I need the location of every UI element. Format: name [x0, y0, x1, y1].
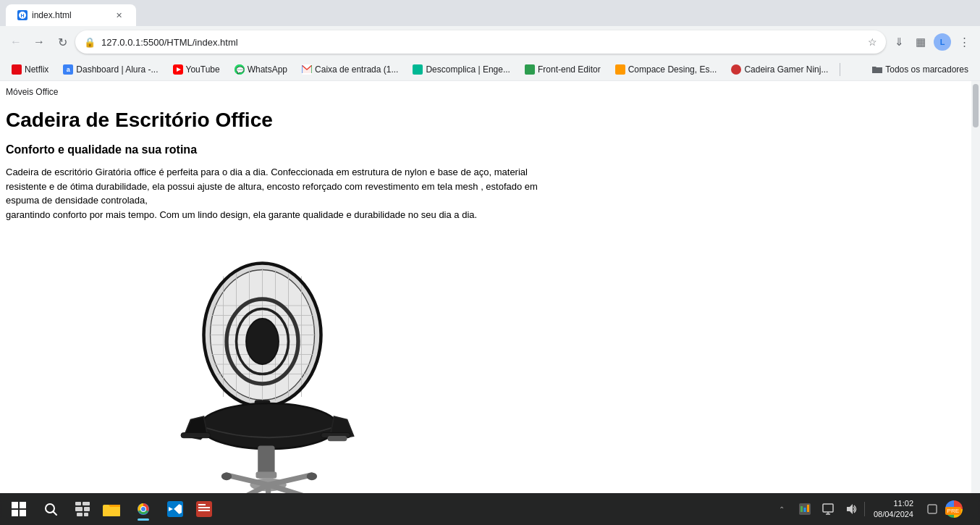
- bookmark-descomplica-label: Descomplica | Enge...: [426, 64, 510, 75]
- tray-taskmanager-icon[interactable]: [795, 496, 815, 522]
- bookmark-youtube[interactable]: YouTube: [167, 62, 226, 77]
- svg-line-55: [54, 512, 57, 516]
- page-description: Cadeira de escritório Giratória office é…: [6, 165, 556, 222]
- address-bar[interactable]: 🔒 127.0.0.1:5500/HTML/index.html ☆: [75, 30, 886, 54]
- scrollbar-thumb[interactable]: [973, 84, 979, 127]
- svg-rect-74: [801, 506, 803, 512]
- clock-time: 11:02: [874, 498, 913, 509]
- bookmarks-folder[interactable]: Todos os marcadores: [866, 62, 974, 77]
- svg-text:H: H: [20, 13, 24, 18]
- bookmarks-bar: Netflix a Dashboard | Alura -... YouTube…: [0, 58, 980, 81]
- bookmark-youtube-label: YouTube: [186, 64, 220, 75]
- svg-point-48: [307, 472, 317, 480]
- svg-rect-60: [77, 513, 83, 516]
- svg-rect-58: [75, 507, 83, 511]
- tray-caret-button[interactable]: ⌃: [772, 496, 792, 522]
- tab-favicon: H: [17, 10, 28, 20]
- bookmark-alura[interactable]: a Dashboard | Alura -...: [57, 62, 164, 77]
- svg-rect-59: [84, 507, 90, 511]
- svg-rect-49: [328, 436, 347, 441]
- svg-rect-52: [12, 510, 18, 516]
- profile-button[interactable]: L: [934, 33, 951, 51]
- svg-rect-75: [803, 508, 806, 512]
- file-explorer-button[interactable]: [98, 496, 124, 522]
- svg-rect-69: [196, 501, 212, 517]
- cadeira-favicon: [731, 64, 741, 75]
- chrome-icon: [135, 501, 151, 517]
- bookmark-gmail-label: Caixa de entrada (1...: [315, 64, 398, 75]
- svg-rect-53: [20, 510, 26, 516]
- windows-logo-icon: [12, 502, 26, 516]
- forward-button[interactable]: →: [29, 32, 49, 52]
- notifications-button[interactable]: [922, 496, 942, 522]
- reload-button[interactable]: ↻: [52, 32, 72, 52]
- bookmark-cadeira-label: Cadeira Gamer Ninj...: [744, 64, 828, 75]
- descomplica-favicon: [413, 64, 423, 75]
- svg-rect-33: [181, 433, 211, 438]
- tray-divider: [864, 502, 865, 516]
- bookmarks-divider: [840, 63, 840, 76]
- bookmark-whatsapp[interactable]: 💬 WhatsApp: [229, 62, 293, 77]
- tab-title: index.html: [32, 10, 72, 20]
- svg-rect-36: [256, 472, 277, 479]
- tray-display-icon[interactable]: [818, 496, 838, 522]
- bookmark-netflix[interactable]: Netflix: [6, 62, 54, 77]
- display-icon: [822, 503, 834, 515]
- bookmark-cadeira[interactable]: Cadeira Gamer Ninj...: [725, 62, 834, 77]
- svg-point-67: [141, 507, 145, 511]
- task-view-button[interactable]: [69, 496, 96, 522]
- breadcrumb: Móveis Office: [6, 87, 960, 97]
- svg-rect-50: [12, 502, 18, 508]
- bookmark-star-icon[interactable]: ☆: [868, 36, 877, 48]
- search-button[interactable]: [35, 496, 67, 522]
- svg-point-9: [732, 66, 740, 73]
- svg-marker-80: [847, 504, 853, 514]
- svg-rect-63: [103, 507, 120, 516]
- bookmark-gmail[interactable]: Caixa de entrada (1...: [296, 62, 404, 77]
- page-area: Móveis Office Cadeira de Escritório Offi…: [0, 81, 980, 493]
- system-tray: ⌃: [772, 496, 974, 522]
- svg-point-30: [246, 319, 279, 364]
- menu-button[interactable]: ⋮: [954, 32, 974, 52]
- download-button[interactable]: ⇓: [889, 32, 909, 52]
- bookmark-descomplica[interactable]: Descomplica | Enge...: [407, 62, 516, 77]
- volume-icon: [845, 503, 857, 515]
- red-tool-button[interactable]: [191, 496, 217, 522]
- scrollbar-track[interactable]: [971, 81, 980, 493]
- bookmarks-folder-label: Todos os marcadores: [885, 64, 968, 75]
- chrome-taskbar-button[interactable]: [127, 496, 159, 522]
- svg-point-32: [200, 403, 337, 449]
- start-button[interactable]: [6, 496, 32, 522]
- svg-rect-57: [83, 502, 90, 505]
- bookmark-frontend-label: Front-end Editor: [538, 64, 601, 75]
- svg-rect-51: [20, 502, 26, 508]
- search-icon: [43, 502, 58, 516]
- win-color-tray[interactable]: PRE: [945, 500, 963, 518]
- page-content: Móveis Office Cadeira de Escritório Offi…: [0, 81, 971, 493]
- tray-volume-icon[interactable]: [841, 496, 861, 522]
- svg-rect-56: [75, 502, 81, 505]
- page-title: Cadeira de Escritório Office: [6, 109, 960, 132]
- svg-text:💬: 💬: [235, 66, 244, 75]
- clock-date: 08/04/2024: [874, 509, 913, 520]
- tab-grid-button[interactable]: ▦: [911, 32, 931, 52]
- clock-display[interactable]: 11:02 08/04/2024: [868, 498, 919, 521]
- whatsapp-favicon: 💬: [235, 64, 245, 75]
- show-desktop-button[interactable]: [966, 496, 974, 522]
- breadcrumb-link[interactable]: Móveis Office: [6, 87, 58, 97]
- bookmark-compace[interactable]: Compace Desing, Es...: [609, 62, 723, 77]
- tab-close-button[interactable]: ✕: [113, 9, 124, 21]
- active-tab[interactable]: H index.html ✕: [6, 4, 136, 26]
- svg-rect-61: [84, 513, 88, 516]
- svg-rect-70: [198, 507, 210, 508]
- notification-icon: [926, 503, 938, 515]
- bookmark-frontend[interactable]: Front-end Editor: [519, 62, 607, 77]
- back-button[interactable]: ←: [6, 32, 26, 52]
- task-manager-icon: [799, 503, 811, 515]
- vscode-button[interactable]: [162, 496, 188, 522]
- file-explorer-icon: [103, 502, 120, 516]
- pre-badge: PRE: [945, 507, 961, 515]
- alura-favicon: a: [63, 64, 73, 75]
- bookmark-whatsapp-label: WhatsApp: [248, 64, 287, 75]
- svg-rect-71: [198, 510, 210, 511]
